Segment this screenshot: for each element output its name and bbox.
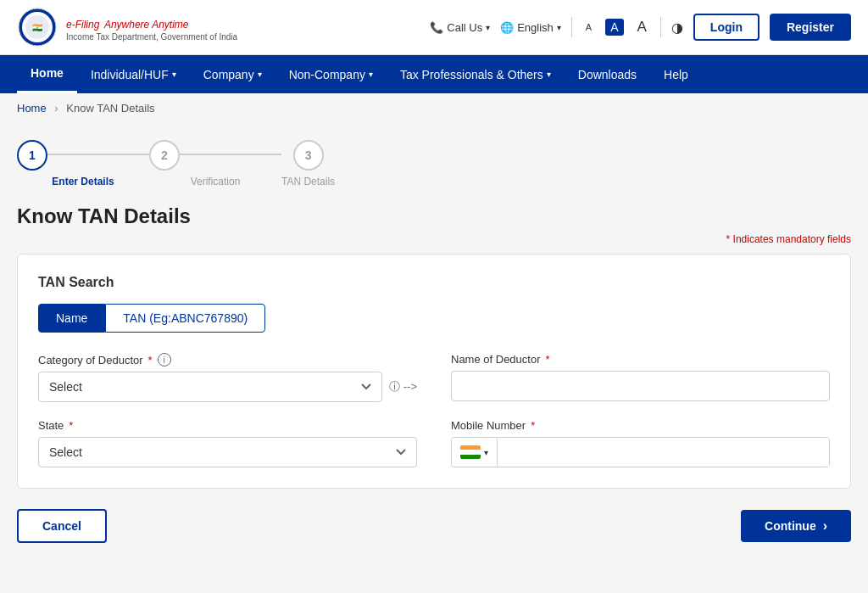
- state-select[interactable]: Select: [38, 437, 417, 467]
- form-grid: Category of Deductor * i Select ⓘ --> Na…: [38, 353, 830, 467]
- nav-help[interactable]: Help: [650, 55, 702, 93]
- name-label: Name of Deductor *: [451, 353, 830, 366]
- language-label: English: [517, 21, 554, 34]
- mobile-input[interactable]: [498, 438, 829, 467]
- state-required-star: *: [69, 419, 73, 432]
- mobile-required-star: *: [531, 419, 535, 432]
- step-2-label: Verification: [191, 176, 241, 187]
- mandatory-note: * Indicates mandatory fields: [17, 233, 851, 245]
- font-small-button[interactable]: A: [582, 20, 595, 34]
- flag-dropdown-arrow: ▾: [484, 448, 488, 457]
- logo-title: e-Filing Anywhere Anytime: [66, 13, 237, 32]
- font-large-button[interactable]: A: [634, 17, 650, 37]
- step-1-label: Enter Details: [52, 176, 114, 187]
- continue-label: Continue: [765, 519, 816, 533]
- language-arrow: ▾: [557, 23, 561, 32]
- step-2: 2 Verification: [149, 140, 281, 187]
- nav-individual-arrow: ▾: [172, 70, 176, 79]
- register-button[interactable]: Register: [770, 14, 851, 41]
- category-info-link[interactable]: ⓘ -->: [389, 379, 417, 394]
- mandatory-star: *: [726, 233, 731, 245]
- category-group: Category of Deductor * i Select ⓘ -->: [38, 353, 417, 402]
- globe-icon: 🌐: [500, 21, 514, 34]
- category-select[interactable]: Select: [38, 372, 382, 402]
- step-line-1: [47, 154, 149, 155]
- step-3: 3 TAN Details: [281, 140, 335, 187]
- tab-tan[interactable]: TAN (Eg:ABNC767890): [105, 304, 265, 333]
- header: 🇮🇳 e-Filing Anywhere Anytime Income Tax …: [0, 0, 868, 55]
- steps-container: 1 Enter Details 2 Verification 3 TAN Det…: [0, 123, 868, 196]
- nav-individual-huf[interactable]: Individual/HUF▾: [77, 55, 190, 93]
- logo: 🇮🇳 e-Filing Anywhere Anytime Income Tax …: [17, 7, 237, 48]
- header-actions: 📞 Call Us ▾ 🌐 English ▾ A A A ◑ Login Re…: [430, 14, 851, 41]
- state-group: State * Select: [38, 419, 417, 467]
- navbar: Home Individual/HUF▾ Company▾ Non-Compan…: [0, 55, 868, 93]
- breadcrumb-separator: ›: [54, 102, 58, 115]
- category-info-icon[interactable]: i: [158, 353, 171, 366]
- cancel-button[interactable]: Cancel: [17, 509, 107, 543]
- main-content: Know TAN Details * Indicates mandatory f…: [0, 196, 868, 560]
- font-medium-button[interactable]: A: [605, 19, 623, 36]
- logo-subtitle: Income Tax Department, Government of Ind…: [66, 32, 237, 42]
- category-required-star: *: [148, 354, 153, 366]
- tab-name[interactable]: Name: [38, 304, 105, 333]
- svg-text:🇮🇳: 🇮🇳: [32, 22, 43, 33]
- nav-non-company[interactable]: Non-Company▾: [275, 55, 387, 93]
- footer-buttons: Cancel Continue ›: [17, 509, 851, 543]
- step-1: 1 Enter Details: [17, 140, 149, 187]
- step-1-circle: 1: [17, 140, 47, 171]
- mobile-flag[interactable]: ▾: [452, 439, 498, 466]
- mobile-group: Mobile Number * ▾: [451, 419, 830, 467]
- nav-tax-arrow: ▾: [547, 70, 551, 79]
- category-input-row: Select ⓘ -->: [38, 372, 417, 402]
- phone-icon: 📞: [430, 21, 443, 34]
- nav-downloads[interactable]: Downloads: [565, 55, 650, 93]
- breadcrumb: Home › Know TAN Details: [0, 93, 868, 123]
- call-us-arrow: ▾: [486, 23, 490, 32]
- tab-group: Name TAN (Eg:ABNC767890): [38, 304, 830, 333]
- name-group: Name of Deductor *: [451, 353, 830, 402]
- india-flag-icon: [460, 445, 481, 459]
- step-line-2: [180, 154, 281, 155]
- category-label: Category of Deductor * i: [38, 353, 417, 366]
- form-section-title: TAN Search: [38, 275, 830, 290]
- call-us-label: Call Us: [447, 21, 482, 34]
- breadcrumb-current: Know TAN Details: [66, 102, 154, 115]
- nav-non-company-arrow: ▾: [369, 70, 373, 79]
- logo-tagline: Anywhere Anytime: [104, 19, 189, 31]
- mandatory-text: Indicates mandatory fields: [733, 233, 851, 245]
- logo-main-text: e-Filing: [66, 19, 99, 31]
- mobile-input-row: ▾: [451, 437, 830, 467]
- emblem-icon: 🇮🇳: [17, 7, 58, 48]
- language-button[interactable]: 🌐 English ▾: [500, 21, 561, 34]
- name-required-star: *: [546, 353, 550, 366]
- step-3-circle: 3: [293, 140, 324, 171]
- form-card: TAN Search Name TAN (Eg:ABNC767890) Cate…: [17, 254, 851, 489]
- page-title: Know TAN Details: [17, 204, 851, 228]
- call-us-button[interactable]: 📞 Call Us ▾: [430, 21, 490, 34]
- name-input[interactable]: [451, 371, 830, 401]
- login-button[interactable]: Login: [693, 14, 760, 41]
- state-label: State *: [38, 419, 417, 432]
- breadcrumb-home-link[interactable]: Home: [17, 102, 47, 115]
- nav-tax-professionals[interactable]: Tax Professionals & Others▾: [387, 55, 565, 93]
- nav-home[interactable]: Home: [17, 55, 77, 93]
- nav-company-arrow: ▾: [258, 70, 262, 79]
- divider-2: [660, 17, 661, 37]
- continue-arrow-icon: ›: [823, 518, 827, 534]
- step-3-label: TAN Details: [281, 176, 335, 187]
- logo-text: e-Filing Anywhere Anytime Income Tax Dep…: [66, 13, 237, 42]
- continue-button[interactable]: Continue ›: [741, 510, 851, 542]
- nav-company[interactable]: Company▾: [190, 55, 275, 93]
- divider-1: [571, 17, 572, 37]
- mobile-label: Mobile Number *: [451, 419, 830, 432]
- contrast-button[interactable]: ◑: [671, 20, 683, 36]
- step-2-circle: 2: [149, 140, 180, 171]
